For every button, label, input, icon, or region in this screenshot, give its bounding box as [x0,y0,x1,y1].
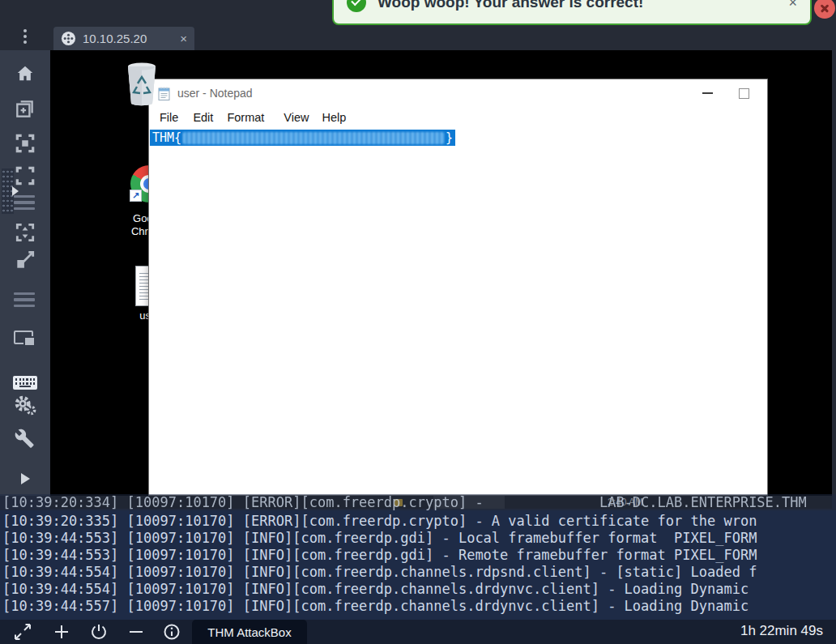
maximize-button[interactable] [739,88,749,99]
minimize-button[interactable] [702,92,713,94]
session-time: 1h 22min 49s [740,623,823,639]
menu-view[interactable]: View [284,111,309,124]
terminal-line: [10:39:44:554] [10097:10170] [INFO][com.… [2,581,836,598]
menu-format[interactable]: Format [227,111,264,124]
viewer-toolbar [0,50,50,496]
bottom-control-bar: THM AttackBox 1h 22min 49s [0,620,836,644]
flag-suffix: } [446,130,453,145]
flag-prefix: THM{ [152,130,181,145]
success-check-icon [347,0,366,12]
plus-icon[interactable] [52,622,71,642]
notepad-window[interactable]: user - Notepad File Edit Format View Hel… [148,79,768,496]
attackbox-button[interactable]: THM AttackBox [192,620,307,644]
terminal-line: [10:39:44:554] [10097:10170] [INFO][com.… [2,564,836,581]
kebab-menu-icon[interactable] [17,29,33,44]
menu-help[interactable]: Help [322,111,346,124]
add-window-icon[interactable] [14,97,36,120]
settings-gears-icon[interactable] [13,394,37,416]
tab-remote-host[interactable]: 10.10.25.20 × [53,27,194,50]
keyboard-icon[interactable] [13,376,37,390]
remote-session-icon [61,31,76,46]
terminal-line: [10:39:44:557] [10097:10170] [INFO][com.… [2,598,836,615]
menu-file[interactable]: File [160,111,178,124]
fullscreen-scaled-icon[interactable] [14,132,36,155]
screenshot-window-icon[interactable] [14,331,33,344]
flag-redacted-blur [183,132,444,144]
home-icon[interactable] [14,63,36,84]
attackbox-viewer: Woop woop! Your answer is correct! × 10.… [0,0,836,644]
terminal-line: [10:39:20:335] [10097:10170] [ERROR][com… [2,513,836,530]
flag-text-selection[interactable]: THM{ } [150,130,455,146]
tools-wrench-icon[interactable] [14,428,36,450]
menu-lines-icon[interactable] [14,292,35,307]
recycle-bin-icon[interactable] [123,62,160,107]
power-icon[interactable] [89,622,109,642]
notepad-titlebar[interactable]: user - Notepad [149,79,767,107]
remote-desktop-viewport[interactable]: Recycle Bin ↗ Google Chrome user user - … [50,50,832,509]
minus-icon[interactable] [126,622,146,642]
toast-close-icon[interactable]: × [788,0,797,10]
terminal-line: [10:39:20:334] [10097:10170] [ERROR][com… [2,494,836,511]
scale-window-icon[interactable] [14,249,36,271]
collapse-toolbar-icon[interactable] [19,472,31,485]
notepad-window-title: user - Notepad [177,87,253,100]
resize-expand-icon[interactable] [13,622,32,642]
toolbar-drag-handle[interactable] [0,165,22,217]
terminal-log: [10:39:20:335] [10097:10170] [ERROR][com… [0,510,836,620]
info-icon[interactable] [162,622,181,642]
answer-correct-toast: Woop woop! Your answer is correct! × [332,0,812,25]
terminal-overlap-strip: [10:39:20:334] [10097:10170] [ERROR][com… [0,494,836,510]
terminal-line: [10:39:44:553] [10097:10170] [INFO][com.… [2,547,836,564]
menu-edit[interactable]: Edit [193,111,213,124]
shortcut-arrow-icon: ↗ [130,190,142,202]
notepad-menubar: File Edit Format View Help [149,107,767,127]
fit-window-icon[interactable] [14,221,36,244]
tab-close-icon[interactable]: × [180,32,187,45]
toast-message: Woop woop! Your answer is correct! [377,0,643,11]
terminal-line: [10:39:44:553] [10097:10170] [INFO][com.… [2,530,836,547]
tab-title: 10.10.25.20 [83,32,147,45]
close-session-button[interactable] [814,0,835,19]
